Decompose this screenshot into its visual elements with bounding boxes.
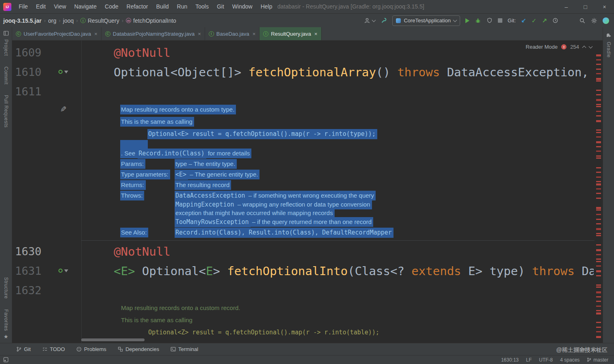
problems-icon xyxy=(76,347,82,352)
menu-tools[interactable]: Tools xyxy=(191,0,213,13)
doc-throws-row: TooManyRowsException – if the query retu… xyxy=(175,218,373,226)
doc-text: for more details xyxy=(205,149,252,158)
toolwindow-git[interactable]: Git xyxy=(16,346,31,352)
maximize-button[interactable]: □ xyxy=(576,0,595,13)
menu-file[interactable]: File xyxy=(15,0,32,13)
implemented-marker-icon[interactable] xyxy=(58,269,68,273)
code-line-1610[interactable]: Optional<Object[]> fetchOptionalArray() … xyxy=(114,64,594,80)
coverage-shield-icon[interactable] xyxy=(486,17,493,24)
editor-tabs: C UserFavoriteProjectDao.java × C Databa… xyxy=(12,27,603,41)
doc-typeparams-row: Type parameters:<E> – The generic entity… xyxy=(121,171,259,178)
menu-run[interactable]: Run xyxy=(173,0,192,13)
breadcrumb-jooq[interactable]: jooq xyxy=(63,17,74,24)
git-update-icon[interactable]: ↙ xyxy=(521,17,526,24)
next-error-chevron-icon[interactable] xyxy=(589,44,593,48)
toolwindow-problems[interactable]: Problems xyxy=(76,346,106,352)
method-icon: m xyxy=(126,18,131,23)
tab-userfavoriteprojectdao[interactable]: C UserFavoriteProjectDao.java × xyxy=(12,27,102,40)
prev-error-chevron-icon[interactable] xyxy=(582,45,586,50)
status-bar: 1630:13 LF UTF-8 4 spaces master xyxy=(0,355,614,364)
menu-navigate[interactable]: Navigate xyxy=(70,0,101,13)
gradle-sync-status-icon[interactable] xyxy=(603,17,609,24)
menu-refactor[interactable]: Refactor xyxy=(123,0,152,13)
menu-code[interactable]: Code xyxy=(101,0,122,13)
doc-paragraph: Map resulting records onto a custom reco… xyxy=(121,304,240,311)
run-button[interactable] xyxy=(465,18,469,23)
reader-mode-label[interactable]: Reader Mode xyxy=(526,44,558,50)
git-branch-icon xyxy=(16,347,22,352)
breadcrumb-method[interactable]: fetchOptionalInto xyxy=(133,17,176,24)
edit-javadoc-pencil-icon[interactable]: ✎ xyxy=(60,105,67,114)
toolwindow-switcher-icon[interactable] xyxy=(3,357,9,362)
menu-window[interactable]: Window xyxy=(228,0,257,13)
gradle-elephant-icon[interactable] xyxy=(605,32,612,39)
doc-link-list[interactable]: Record.into(Class), Result.into(Class), … xyxy=(175,228,393,238)
stripe-item-project[interactable]: Project xyxy=(3,39,9,56)
doc-text: type – The entity type. xyxy=(175,159,237,169)
line-separator-indicator[interactable]: LF xyxy=(526,357,532,363)
toolwindow-terminal[interactable]: Terminal xyxy=(171,346,198,352)
menu-view[interactable]: View xyxy=(50,0,70,13)
method-separator xyxy=(81,240,595,241)
minimize-button[interactable]: – xyxy=(557,0,576,13)
doc-throws-row: MappingException – wrapping any reflecti… xyxy=(175,201,372,208)
doc-code-snippet: Optional<E> result = q.fetchOptional().m… xyxy=(148,130,377,138)
caret-position[interactable]: 1630:13 xyxy=(501,357,519,363)
git-branch-widget[interactable]: master xyxy=(587,357,608,363)
tab-close-icon[interactable]: × xyxy=(94,31,97,37)
search-icon[interactable] xyxy=(579,17,586,24)
doc-label: Params: xyxy=(120,159,145,169)
history-clock-icon[interactable] xyxy=(552,17,558,24)
type-token: (Class<? xyxy=(348,264,411,278)
favorites-star-icon[interactable]: ★ xyxy=(4,334,9,340)
tab-basedao[interactable]: I BaseDao.java × xyxy=(205,27,260,40)
code-line-1630[interactable]: @NotNull xyxy=(114,243,594,260)
tab-resultquery[interactable]: I ResultQuery.java × xyxy=(259,27,321,40)
menu-build[interactable]: Build xyxy=(152,0,173,13)
tab-close-icon[interactable]: × xyxy=(314,31,318,37)
git-push-icon[interactable]: ↗ xyxy=(542,17,547,24)
breadcrumb-org[interactable]: org xyxy=(48,17,56,24)
error-count[interactable]: 254 xyxy=(570,44,579,50)
menu-help[interactable]: Help xyxy=(257,0,277,13)
tab-close-icon[interactable]: × xyxy=(198,31,201,37)
method-name-token: fetchOptionalInto xyxy=(227,264,348,278)
doc-params-row: Params:type – The entity type. xyxy=(121,160,237,167)
code-line-1631[interactable]: <E> Optional<E> fetchOptionalInto(Class<… xyxy=(114,263,594,279)
indent-indicator[interactable]: 4 spaces xyxy=(560,357,579,363)
stop-button[interactable] xyxy=(498,18,502,23)
project-toolwindow-icon[interactable] xyxy=(3,30,9,36)
breadcrumb-separator: › xyxy=(122,17,123,24)
error-stripe[interactable] xyxy=(595,41,603,343)
stripe-item-commit[interactable]: Commit xyxy=(3,67,9,84)
doc-seealso-row: See Also:Record.into(Class), Result.into… xyxy=(121,229,393,236)
class-icon: C xyxy=(105,31,110,37)
editor[interactable]: 1609 1610 1611 1630 1631 1632 ✎ @NotNull… xyxy=(12,41,603,343)
doc-text: – if something went wrong executing the … xyxy=(246,191,376,200)
breadcrumb-jar[interactable]: jooq-3.15.5.jar xyxy=(3,17,41,24)
close-button[interactable]: × xyxy=(595,0,614,13)
stripe-item-pull-requests[interactable]: Pull Requests xyxy=(3,95,9,128)
stripe-item-structure[interactable]: Structure xyxy=(3,277,9,299)
settings-gear-icon[interactable] xyxy=(591,17,597,24)
build-hammer-icon[interactable] xyxy=(381,17,387,24)
debug-bug-icon[interactable] xyxy=(475,17,481,24)
stripe-item-favorites[interactable]: Favorites xyxy=(3,309,9,331)
tab-databasirpojonamingstrategy[interactable]: C DatabasirPojoNamingStrategy.java × xyxy=(102,27,205,40)
doc-text: – The generic entity type. xyxy=(187,170,259,179)
menu-git[interactable]: Git xyxy=(213,0,228,13)
horizontal-scrollbar[interactable] xyxy=(81,338,145,341)
stripe-item-gradle[interactable]: Gradle xyxy=(606,42,612,58)
toolwindow-todo[interactable]: TODO xyxy=(42,346,65,352)
git-commit-check-icon[interactable]: ✓ xyxy=(532,17,537,24)
profile-icon[interactable] xyxy=(364,17,370,24)
run-configuration-select[interactable]: CoreTestApplication xyxy=(392,15,460,26)
tab-close-icon[interactable]: × xyxy=(253,31,256,37)
encoding-indicator[interactable]: UTF-8 xyxy=(539,357,553,363)
code-line-1609[interactable]: @NotNull xyxy=(114,45,594,61)
implemented-marker-icon[interactable] xyxy=(58,70,68,74)
menu-edit[interactable]: Edit xyxy=(32,0,50,13)
breadcrumb-separator: › xyxy=(76,17,78,24)
breadcrumb-class[interactable]: ResultQuery xyxy=(88,17,119,24)
toolwindow-dependencies[interactable]: Dependencies xyxy=(118,346,159,352)
